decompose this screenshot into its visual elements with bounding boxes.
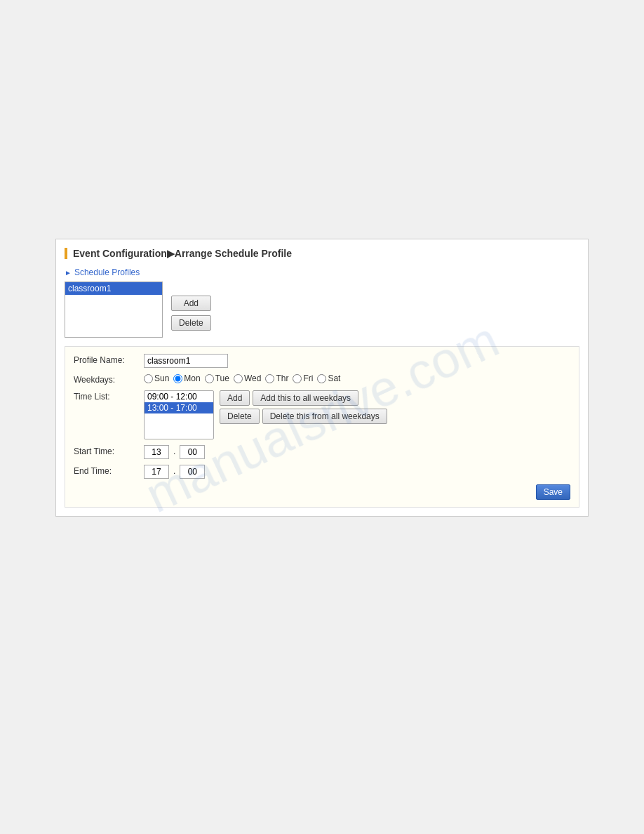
weekdays-content: Sun Mon Tue Wed xyxy=(144,373,570,383)
weekdays-row: Weekdays: Sun Mon Tue xyxy=(74,373,570,385)
weekday-mon[interactable]: Mon xyxy=(173,373,200,383)
start-time-row: Start Time: . xyxy=(74,445,570,459)
schedule-profiles-section: Schedule Profiles xyxy=(65,267,579,277)
end-time-content: . xyxy=(144,465,570,479)
profile-name-input[interactable] xyxy=(144,354,228,368)
profile-name-content xyxy=(144,354,570,368)
label-thr: Thr xyxy=(276,373,288,383)
time-entry-2[interactable]: 13:00 - 17:00 xyxy=(145,402,213,413)
form-section: Profile Name: Weekdays: Sun Mon xyxy=(65,346,579,508)
add-buttons-row: Add Add this to all weekdays xyxy=(220,390,387,406)
save-button[interactable]: Save xyxy=(536,484,570,500)
add-all-weekdays-button[interactable]: Add this to all weekdays xyxy=(253,390,358,406)
start-hour-input[interactable] xyxy=(144,445,169,459)
start-min-input[interactable] xyxy=(180,445,205,459)
time-list-area: 09:00 - 12:00 13:00 - 17:00 Add Add this… xyxy=(144,390,387,439)
label-tue: Tue xyxy=(215,373,229,383)
time-action-buttons: Add Add this to all weekdays Delete Dele… xyxy=(220,390,387,424)
main-panel: Event Configuration▶Arrange Schedule Pro… xyxy=(55,239,589,517)
add-profile-button[interactable]: Add xyxy=(171,296,211,311)
weekday-sat[interactable]: Sat xyxy=(317,373,340,383)
schedule-profiles-box: classroom1 Add Delete xyxy=(65,282,579,338)
weekday-fri[interactable]: Fri xyxy=(293,373,313,383)
label-fri: Fri xyxy=(303,373,313,383)
weekday-wed[interactable]: Wed xyxy=(234,373,261,383)
start-time-content: . xyxy=(144,445,570,459)
save-row: Save xyxy=(74,484,570,500)
label-wed: Wed xyxy=(244,373,261,383)
delete-buttons-row: Delete Delete this from all weekdays xyxy=(220,409,387,424)
profile-action-buttons: Add Delete xyxy=(171,282,211,331)
page-title: Event Configuration▶Arrange Schedule Pro… xyxy=(65,248,579,259)
end-hour-input[interactable] xyxy=(144,465,169,479)
profile-name-row: Profile Name: xyxy=(74,354,570,368)
weekdays-label: Weekdays: xyxy=(74,373,144,385)
time-entry-1[interactable]: 09:00 - 12:00 xyxy=(145,391,213,402)
weekday-sun[interactable]: Sun xyxy=(144,373,169,383)
delete-all-weekdays-button[interactable]: Delete this from all weekdays xyxy=(262,409,387,424)
label-mon: Mon xyxy=(184,373,200,383)
radio-tue[interactable] xyxy=(205,374,214,383)
add-time-button[interactable]: Add xyxy=(220,390,250,406)
end-time-label: End Time: xyxy=(74,465,144,476)
label-sun: Sun xyxy=(154,373,169,383)
profile-list-item[interactable]: classroom1 xyxy=(65,282,162,295)
end-min-input[interactable] xyxy=(180,465,205,479)
radio-mon[interactable] xyxy=(173,374,182,383)
section-label: Schedule Profiles xyxy=(74,267,140,277)
label-sat: Sat xyxy=(328,373,340,383)
profile-name-label: Profile Name: xyxy=(74,354,144,365)
time-listbox[interactable]: 09:00 - 12:00 13:00 - 17:00 xyxy=(144,390,214,439)
delete-profile-button[interactable]: Delete xyxy=(171,315,211,331)
radio-sun[interactable] xyxy=(144,374,153,383)
radio-sat[interactable] xyxy=(317,374,326,383)
end-time-row: End Time: . xyxy=(74,465,570,479)
time-list-label: Time List: xyxy=(74,390,144,402)
delete-time-button[interactable]: Delete xyxy=(220,409,260,424)
radio-wed[interactable] xyxy=(234,374,243,383)
end-time-separator: . xyxy=(172,465,177,477)
profile-list[interactable]: classroom1 xyxy=(65,282,163,338)
time-list-row: Time List: 09:00 - 12:00 13:00 - 17:00 A… xyxy=(74,390,570,439)
radio-thr[interactable] xyxy=(265,374,274,383)
time-list-content: 09:00 - 12:00 13:00 - 17:00 Add Add this… xyxy=(144,390,570,439)
weekday-thr[interactable]: Thr xyxy=(265,373,288,383)
start-time-separator: . xyxy=(172,445,177,458)
radio-fri[interactable] xyxy=(293,374,302,383)
weekday-tue[interactable]: Tue xyxy=(205,373,229,383)
start-time-label: Start Time: xyxy=(74,445,144,456)
